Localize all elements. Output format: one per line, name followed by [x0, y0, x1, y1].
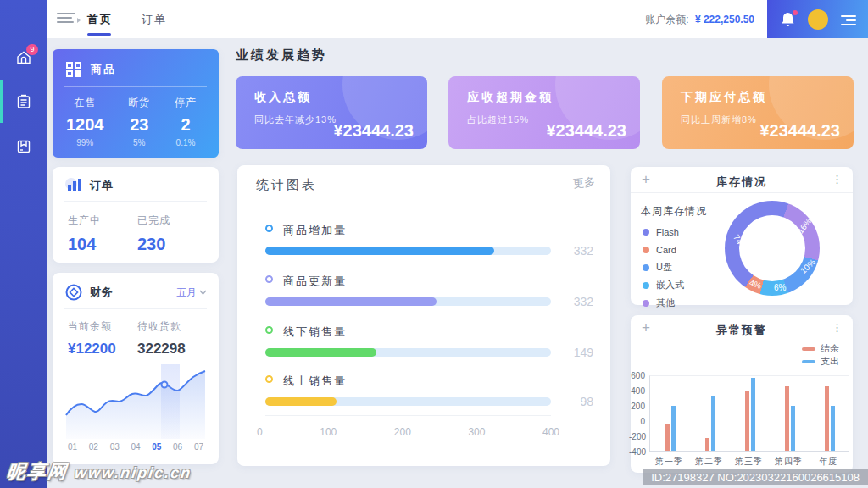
bar-fill: [265, 397, 337, 406]
x-tick: 300: [468, 426, 485, 438]
donut-label: 16%: [796, 216, 814, 236]
x-tick: 04: [131, 442, 140, 452]
stat-value: 322298: [137, 341, 207, 358]
collapse-menu-icon[interactable]: [57, 13, 75, 25]
bullet-icon: [265, 375, 273, 383]
stat-row-label: 商品更新量: [283, 274, 347, 289]
x-tick: 第四季: [769, 456, 809, 468]
sidebar-item-home[interactable]: [0, 49, 47, 66]
more-options-icon[interactable]: ⋮: [832, 321, 843, 334]
watermark-id: ID:27198327 NO:20230322160026615108: [643, 469, 868, 485]
x-tick: 100: [320, 426, 337, 438]
bullet-icon: [265, 275, 273, 283]
y-tick: 400: [629, 386, 645, 396]
more-options-icon[interactable]: ⋮: [832, 173, 843, 186]
x-tick: 01: [68, 442, 77, 452]
y-tick: 600: [629, 371, 645, 380]
stat-value: 1204: [66, 115, 104, 135]
legend-dot: [643, 264, 649, 271]
stat-value: 2: [175, 115, 197, 135]
donut-label: 6%: [774, 283, 786, 292]
donut-label: 74%: [732, 233, 748, 252]
legend-label: 嵌入式: [656, 279, 684, 291]
finance-card-title: 财务: [90, 285, 114, 300]
bullet-icon: [265, 326, 273, 334]
top-bar: 首页 订单 账户余额: ¥ 222,250.50: [47, 0, 868, 38]
kpi-card-payable: 下期应付总额 同比上周新增8% ¥23444.23: [662, 76, 854, 149]
kpi-title: 收入总额: [254, 90, 312, 105]
tab-home[interactable]: 首页: [87, 12, 113, 27]
bar-track: [265, 397, 551, 406]
stat-label: 在售: [66, 96, 104, 110]
watermark-site-name: 昵享网: [6, 461, 70, 482]
bell-icon[interactable]: [780, 11, 796, 28]
y-tick: -400: [629, 447, 645, 457]
order-stat-completed: 已完成 230: [137, 214, 207, 254]
finance-stat-receivable: 待收货款 322298: [137, 319, 207, 358]
bar-支出-第四季: [791, 406, 795, 451]
kpi-subtitle: 同比去年减少13%: [254, 114, 337, 126]
bar-结余-第一季: [665, 424, 670, 451]
x-tick: 年度: [809, 456, 849, 468]
bar-结余-第四季: [785, 386, 789, 451]
sidebar-item-archive[interactable]: [0, 138, 47, 155]
stat-pct: 5%: [128, 138, 150, 147]
order-card-title: 订单: [90, 178, 114, 193]
month-dropdown[interactable]: 五月: [176, 286, 207, 300]
order-stat-inproduction: 生产中 104: [68, 214, 137, 254]
kpi-subtitle: 占比超过15%: [467, 114, 529, 126]
bar-支出-第二季: [711, 396, 715, 451]
legend-label: Flash: [656, 227, 679, 237]
stat-label: 已完成: [137, 214, 207, 228]
notification-badge: 9: [26, 44, 38, 55]
stats-x-ticks: 0 100 200 300 400: [257, 426, 559, 438]
warning-bar-chart: [649, 375, 849, 452]
stat-row-value: 332: [558, 244, 593, 258]
donut-legend: Flash Card U盘 嵌入式 其他: [643, 223, 684, 312]
active-tab-underline: [87, 33, 111, 36]
bar-fill: [265, 348, 376, 357]
inventory-panel-title: 库存情况: [631, 175, 853, 190]
kpi-subtitle: 同比上周新增8%: [681, 114, 757, 126]
legend-dot: [643, 247, 649, 253]
stat-row-label: 商品增加量: [283, 223, 347, 238]
product-stat-onsale: 在售 1204 99%: [66, 96, 104, 147]
tab-orders[interactable]: 订单: [142, 12, 167, 27]
bar-支出-第一季: [671, 406, 676, 451]
avatar[interactable]: [808, 9, 828, 30]
product-stat-discontinued: 停产 2 0.1%: [175, 96, 197, 147]
warning-legend: 结余 支出: [802, 342, 839, 368]
more-link[interactable]: 更多: [572, 175, 596, 192]
bar-track: [265, 247, 551, 255]
stat-value: 23: [128, 115, 150, 135]
kpi-title: 应收超期金额: [467, 90, 554, 105]
x-tick: 0: [257, 426, 263, 438]
x-tick: 第二季: [689, 456, 729, 468]
settings-menu-icon[interactable]: [841, 13, 856, 25]
stat-pct: 99%: [66, 138, 104, 147]
inventory-panel: + 库存情况 ⋮ 本周库存情况 Flash Card U盘 嵌入式 其他 74%…: [631, 167, 853, 305]
bell-dot: [793, 10, 798, 15]
stat-label: 待收货款: [137, 319, 207, 334]
sidebar-item-orders[interactable]: [0, 93, 47, 110]
warning-panel: + 异常预警 ⋮ 结余 支出 600 400 200 0 -200 -400 第…: [631, 315, 853, 473]
product-card: 商品 在售 1204 99% 断货 23 5% 停产 2 0.1%: [53, 49, 219, 158]
bar-结余-年度: [825, 386, 829, 451]
warning-y-axis: 600 400 200 0 -200 -400: [631, 371, 647, 456]
x-tick-highlighted: 05: [152, 442, 161, 452]
grid-icon: [64, 60, 83, 79]
legend-dot: [643, 229, 649, 236]
product-card-title: 商品: [91, 62, 116, 77]
watermark-url: www.nipic.cn: [74, 464, 192, 481]
legend-item: U盘: [643, 258, 684, 276]
x-tick: 第三季: [729, 456, 769, 468]
bar-结余-第二季: [705, 438, 709, 451]
stat-row-value: 149: [558, 346, 593, 359]
x-tick: 400: [542, 426, 559, 438]
x-tick: 03: [110, 442, 120, 452]
legend-item: 其他: [643, 294, 684, 312]
legend-item: Card: [643, 241, 684, 258]
finance-card: 财务 五月 当前余额 ¥12200 待收货款 322298: [53, 273, 219, 464]
y-tick: 200: [629, 402, 645, 411]
kpi-value: ¥23444.23: [333, 121, 414, 141]
